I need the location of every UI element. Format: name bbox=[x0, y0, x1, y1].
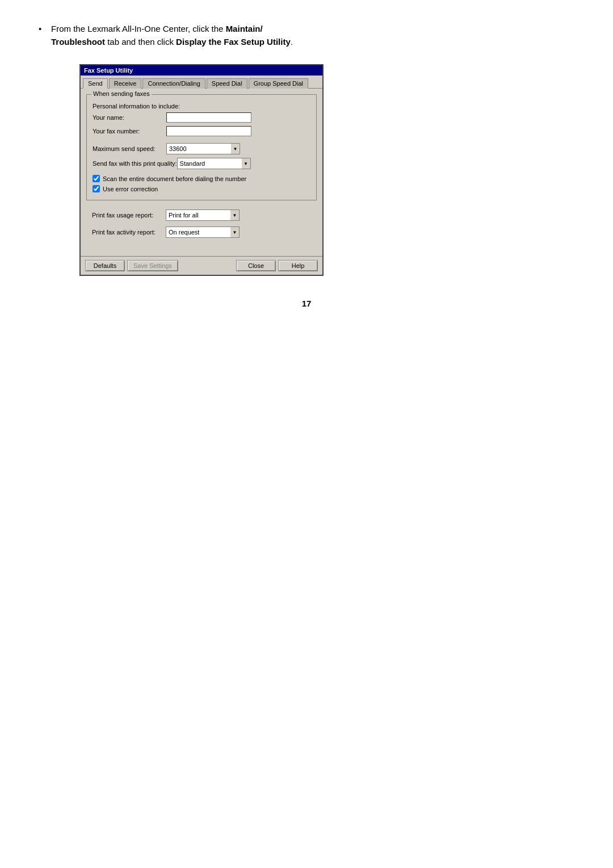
bold-troubleshoot: Troubleshoot bbox=[51, 37, 105, 47]
fax-setup-window: Fax Setup Utility Send Receive Connectio… bbox=[79, 64, 324, 276]
max-speed-label: Maximum send speed: bbox=[93, 145, 166, 152]
max-speed-select[interactable]: 33600 14400 9600 4800 bbox=[166, 143, 240, 154]
print-usage-label: Print fax usage report: bbox=[92, 212, 166, 219]
your-fax-input[interactable] bbox=[166, 126, 251, 136]
print-quality-row: Send fax with this print quality: Standa… bbox=[93, 158, 310, 169]
print-usage-select-wrapper: Print for all On request Never ▼ bbox=[166, 209, 240, 221]
use-error-correction-label: Use error correction bbox=[103, 186, 158, 192]
help-button[interactable]: Help bbox=[278, 260, 318, 271]
fax-tabs: Send Receive Connection/Dialing Speed Di… bbox=[81, 76, 322, 89]
print-activity-arrow[interactable]: ▼ bbox=[230, 227, 240, 238]
scan-entire-doc-label: Scan the entire document before dialing … bbox=[103, 175, 246, 182]
page-number: 17 bbox=[34, 299, 579, 308]
fax-main-content: When sending faxes Personal information … bbox=[81, 89, 322, 256]
your-name-label: Your name: bbox=[93, 114, 166, 121]
report-section: Print fax usage report: Print for all On… bbox=[86, 206, 317, 245]
footer-buttons: Defaults Save Settings Close Help bbox=[81, 256, 322, 275]
use-error-correction-checkbox[interactable] bbox=[93, 185, 100, 192]
fax-titlebar: Fax Setup Utility bbox=[81, 65, 322, 76]
print-quality-select[interactable]: Standard Fine Superfine Photo bbox=[177, 158, 251, 169]
scan-entire-doc-checkbox[interactable] bbox=[93, 175, 100, 182]
scan-entire-doc-row: Scan the entire document before dialing … bbox=[93, 175, 310, 182]
your-fax-row: Your fax number: bbox=[93, 126, 310, 136]
max-speed-select-wrapper: 33600 14400 9600 4800 ▼ bbox=[166, 143, 240, 154]
your-name-row: Your name: bbox=[93, 112, 310, 123]
close-button[interactable]: Close bbox=[236, 260, 276, 271]
max-speed-arrow[interactable]: ▼ bbox=[231, 143, 240, 154]
use-error-correction-row: Use error correction bbox=[93, 185, 310, 192]
print-usage-row: Print fax usage report: Print for all On… bbox=[92, 209, 311, 221]
bold-display: Display the Fax Setup Utility bbox=[176, 37, 291, 47]
tab-receive[interactable]: Receive bbox=[109, 78, 142, 89]
bold-maintain: Maintain/ bbox=[226, 24, 263, 33]
print-quality-label: Send fax with this print quality: bbox=[93, 160, 177, 167]
intro-paragraph: From the Lexmark All-In-One Center, clic… bbox=[34, 23, 293, 48]
print-quality-select-wrapper: Standard Fine Superfine Photo ▼ bbox=[177, 158, 251, 169]
personal-info-label: Personal information to include: bbox=[93, 103, 310, 110]
defaults-button[interactable]: Defaults bbox=[85, 260, 125, 271]
your-name-input[interactable] bbox=[166, 112, 251, 123]
max-speed-row: Maximum send speed: 33600 14400 9600 480… bbox=[93, 143, 310, 154]
tab-speed-dial[interactable]: Speed Dial bbox=[207, 78, 247, 89]
print-usage-select[interactable]: Print for all On request Never bbox=[166, 209, 240, 221]
print-activity-row: Print fax activity report: On request Pr… bbox=[92, 227, 311, 238]
tab-connection-dialing[interactable]: Connection/Dialing bbox=[142, 78, 205, 89]
print-activity-select-wrapper: On request Print for all Never ▼ bbox=[166, 227, 240, 238]
tab-send[interactable]: Send bbox=[83, 78, 108, 89]
print-quality-arrow[interactable]: ▼ bbox=[242, 158, 251, 169]
fax-window-title: Fax Setup Utility bbox=[84, 67, 133, 74]
when-sending-faxes-section: When sending faxes Personal information … bbox=[86, 94, 317, 200]
print-activity-select[interactable]: On request Print for all Never bbox=[166, 227, 240, 238]
print-usage-arrow[interactable]: ▼ bbox=[230, 209, 240, 221]
tab-group-speed-dial[interactable]: Group Speed Dial bbox=[249, 78, 308, 89]
save-settings-button[interactable]: Save Settings bbox=[127, 260, 178, 271]
fieldset-legend: When sending faxes bbox=[91, 90, 152, 97]
your-fax-label: Your fax number: bbox=[93, 128, 166, 135]
print-activity-label: Print fax activity report: bbox=[92, 229, 166, 236]
